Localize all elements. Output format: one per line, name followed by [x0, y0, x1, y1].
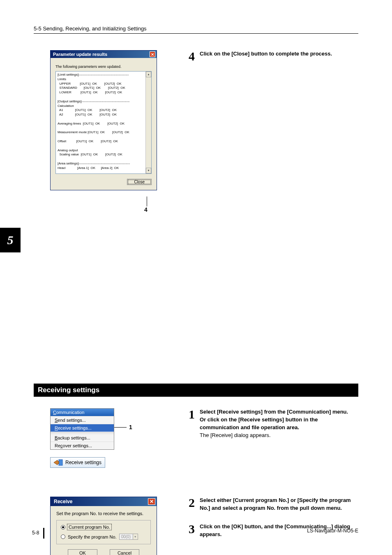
menu-item-receive[interactable]: Receive settings... — [51, 424, 114, 432]
dialog-title: Receive — [54, 499, 72, 504]
receive-settings-button[interactable]: Receive settings — [50, 457, 105, 468]
section-heading: Receiving settings — [34, 384, 358, 397]
dialog-instruction: Set the program No. to receive the setti… — [56, 511, 151, 516]
scrollbar[interactable]: ▲ ▼ — [145, 72, 151, 173]
parameter-update-dialog: Parameter update results ✕ The following… — [50, 50, 157, 190]
communication-menu: Communication Send settings... Receive s… — [50, 408, 114, 450]
results-list: [Limit settings]------------------------… — [55, 71, 152, 174]
step1-text-a: Select [Receive settings] from the [Comm… — [200, 408, 358, 416]
svg-rect-0 — [59, 460, 62, 465]
page-footer: 5-8 LS-Navigator-M-NO5-E — [32, 528, 358, 539]
close-button[interactable]: Close — [127, 179, 152, 185]
close-icon[interactable]: ✕ — [150, 51, 155, 57]
dialog-titlebar[interactable]: Receive ✕ — [51, 497, 157, 506]
step-number: 4 — [182, 50, 200, 62]
callout-4: 4 — [144, 206, 148, 213]
step-text: Click on the [Close] button to complete … — [200, 51, 332, 57]
page-number: 5-8 — [32, 530, 39, 536]
step-number: 1 — [182, 408, 200, 439]
step-1: 1 Select [Receive settings] from the [Co… — [182, 408, 358, 439]
step-4: 4 Click on the [Close] button to complet… — [182, 50, 358, 62]
step1-text-b: Or click on the [Receive settings] butto… — [200, 416, 358, 432]
scroll-up-icon[interactable]: ▲ — [146, 72, 151, 77]
dialog-titlebar[interactable]: Parameter update results ✕ — [51, 51, 157, 58]
menu-item-recover[interactable]: Recover settings... — [51, 442, 114, 449]
step-number: 2 — [182, 497, 200, 512]
arrow-left-icon — [54, 459, 63, 466]
svg-marker-1 — [54, 460, 59, 465]
step1-text-c: The [Receive] dialog appears. — [200, 432, 358, 439]
cancel-button[interactable]: Cancel — [110, 549, 139, 555]
callout-1: 1 — [129, 424, 132, 430]
page-header: 5-5 Sending, Receiving, and Initializing… — [34, 25, 358, 34]
menu-item-send[interactable]: Send settings... — [51, 416, 114, 424]
step-2: 2 Select either [Current program No.] or… — [182, 497, 358, 512]
menu-item-backup[interactable]: Backup settings... — [51, 434, 114, 442]
step2-text: Select either [Current program No.] or [… — [200, 497, 351, 511]
receive-dialog: Receive ✕ Set the program No. to receive… — [50, 497, 157, 555]
dialog-intro: The following parameters were updated. — [55, 65, 152, 69]
breadcrumb: 5-5 Sending, Receiving, and Initializing… — [34, 25, 147, 32]
dialog-title: Parameter update results — [53, 52, 107, 57]
doc-id: LS-Navigator-M-NO5-E — [307, 528, 358, 539]
close-icon[interactable]: ✕ — [148, 498, 155, 505]
results-text: [Limit settings]------------------------… — [58, 73, 150, 171]
menu-title[interactable]: Communication — [51, 409, 114, 416]
scroll-down-icon[interactable]: ▼ — [146, 168, 151, 173]
section-title: Receiving settings — [38, 386, 99, 394]
ok-button[interactable]: OK — [68, 549, 97, 555]
toolbtn-label: Receive settings — [65, 460, 101, 465]
